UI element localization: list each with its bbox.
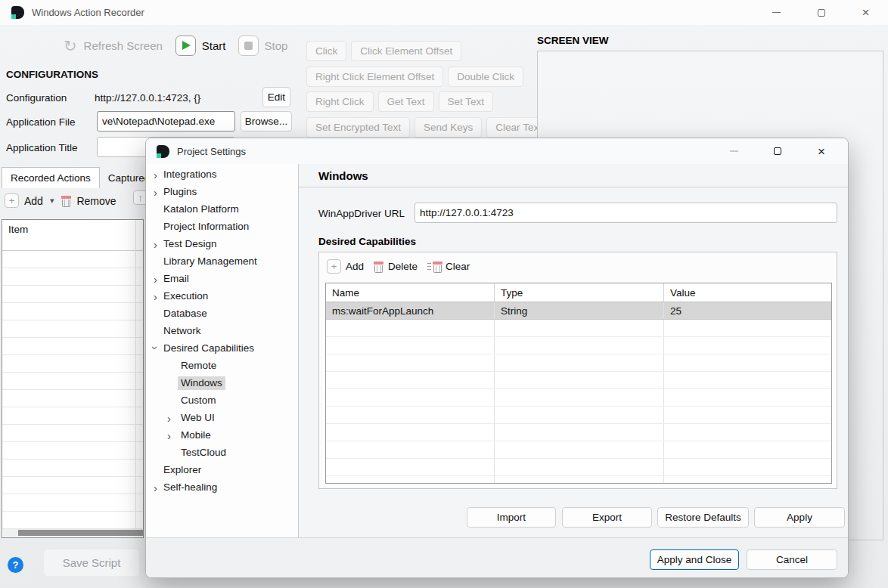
get-text-button[interactable]: Get Text [378,91,434,112]
remove-icon [61,195,71,207]
empty-cell [664,354,831,371]
maximize-button[interactable] [799,0,843,25]
empty-table-row [2,268,143,286]
close-button[interactable]: × [843,0,888,25]
empty-table-row [2,494,143,512]
tree-item-network[interactable]: Network [146,322,298,339]
column-header-value[interactable]: Value [664,283,831,302]
horizontal-scrollbar[interactable] [3,529,142,537]
minimize-button[interactable] [754,0,799,25]
column-header-name[interactable]: Name [326,283,495,302]
start-label: Start [202,39,226,52]
dialog-minimize-button[interactable] [712,138,756,164]
send-keys-button[interactable]: Send Keys [415,117,482,138]
empty-cell [326,459,495,475]
tree-item-library-management[interactable]: Library Management [146,252,298,270]
empty-table-row [2,512,143,529]
double-click-button[interactable]: Double Click [448,67,523,87]
tree-item-database[interactable]: Database [146,305,298,322]
right-click-button[interactable]: Right Click [306,91,374,112]
tree-item-label: Katalon Platform [163,203,239,215]
capabilities-clear-button[interactable]: Clear [446,261,470,272]
tree-item-execution[interactable]: ›Execution [146,287,298,305]
remove-button[interactable]: Remove [76,195,116,207]
empty-table-row [326,372,831,389]
recorded-actions-table: Item [2,219,144,538]
capabilities-add-button[interactable]: Add [346,261,364,272]
help-icon[interactable]: ? [8,557,23,573]
empty-cell [495,389,664,406]
tree-item-plugins[interactable]: ›Plugins [146,183,298,200]
tree-item-katalon-platform[interactable]: Katalon Platform [146,200,298,218]
chevron-right-icon: › [167,429,171,441]
dialog-window-controls: × [712,138,843,164]
katalon-logo-icon [157,145,169,158]
tree-item-integrations[interactable]: ›Integrations [146,166,298,183]
capabilities-toolbar: + Add Delete Clear [327,259,470,274]
add-button[interactable]: Add [24,195,43,207]
capability-row-selected[interactable]: ms:waitForAppLaunch String 25 [326,302,831,320]
tree-item-label: Test Design [163,238,217,249]
stop-button[interactable] [238,36,259,56]
winappdriver-url-input[interactable] [415,203,837,223]
set-text-button[interactable]: Set Text [439,91,494,112]
dialog-close-button[interactable]: × [800,138,843,164]
configuration-label: Configuration [6,92,67,104]
chevron-down-icon: › [150,345,161,349]
tree-item-label: Self-healing [163,481,217,493]
apply-and-close-button[interactable]: Apply and Close [650,549,739,570]
export-button[interactable]: Export [562,507,652,528]
capabilities-table: Name Type Value ms:waitForAppLaunch Stri… [325,283,832,484]
restore-defaults-button[interactable]: Restore Defaults [657,507,749,528]
tree-item-label: Custom [181,395,216,406]
add-dropdown-caret-icon[interactable]: ▾ [50,196,54,206]
stop-icon [244,42,253,50]
tree-item-project-information[interactable]: Project Information [146,218,298,235]
empty-table-row [2,320,143,338]
browse-button[interactable]: Browse... [241,111,292,132]
click-button[interactable]: Click [306,41,346,61]
capability-name-cell: ms:waitForAppLaunch [326,302,495,319]
tree-item-explorer[interactable]: Explorer [146,461,298,478]
import-button[interactable]: Import [467,507,556,528]
edit-button[interactable]: Edit [262,87,290,107]
tree-item-web-ui[interactable]: ›Web UI [146,409,298,426]
settings-tree: ›Integrations ›Plugins Katalon Platform … [146,164,299,537]
start-button[interactable] [175,36,196,56]
tree-item-mobile[interactable]: ›Mobile [146,426,298,444]
column-header-type[interactable]: Type [495,283,664,302]
tree-item-windows[interactable]: Windows [146,374,298,391]
refresh-icon: ↻ [64,38,77,54]
item-column-header[interactable]: Item [2,220,143,251]
application-title-label: Application Title [6,142,78,153]
click-element-offset-button[interactable]: Click Element Offset [351,41,461,61]
clear-icon [433,261,442,273]
tree-item-label: Library Management [163,255,257,267]
empty-cell [664,441,831,458]
winappdriver-url-label: WinAppDriver URL [318,208,405,219]
column-divider [135,220,136,537]
capabilities-delete-button[interactable]: Delete [388,261,418,272]
right-click-element-offset-button[interactable]: Right Click Element Offset [306,67,443,87]
panel-heading: Windows [318,169,368,182]
set-encrypted-text-button[interactable]: Set Encrypted Text [306,117,410,138]
dialog-maximize-button[interactable] [756,138,800,164]
tab-recorded-actions[interactable]: Recorded Actions [2,167,100,188]
tree-item-test-design[interactable]: ›Test Design [146,235,298,252]
tree-item-remote[interactable]: Remote [146,357,298,374]
tree-item-desired-capabilities[interactable]: ›Desired Capabilities [146,339,298,357]
save-script-button[interactable]: Save Script [43,549,140,577]
tree-item-email[interactable]: ›Email [146,270,298,287]
tree-item-self-healing[interactable]: ›Self-healing [146,478,298,496]
empty-cell [664,320,831,336]
scrollbar-thumb[interactable] [18,530,144,536]
cancel-button[interactable]: Cancel [747,549,837,570]
application-file-input[interactable] [97,111,235,132]
empty-cell [326,372,495,388]
tree-item-testcloud[interactable]: TestCloud [146,444,298,461]
refresh-screen-button[interactable]: Refresh Screen [84,39,163,52]
settings-panel: Windows WinAppDriver URL Desired Capabil… [299,164,849,537]
tree-item-custom[interactable]: Custom [146,391,298,409]
apply-button[interactable]: Apply [754,507,845,528]
tree-item-label: Database [163,308,207,319]
